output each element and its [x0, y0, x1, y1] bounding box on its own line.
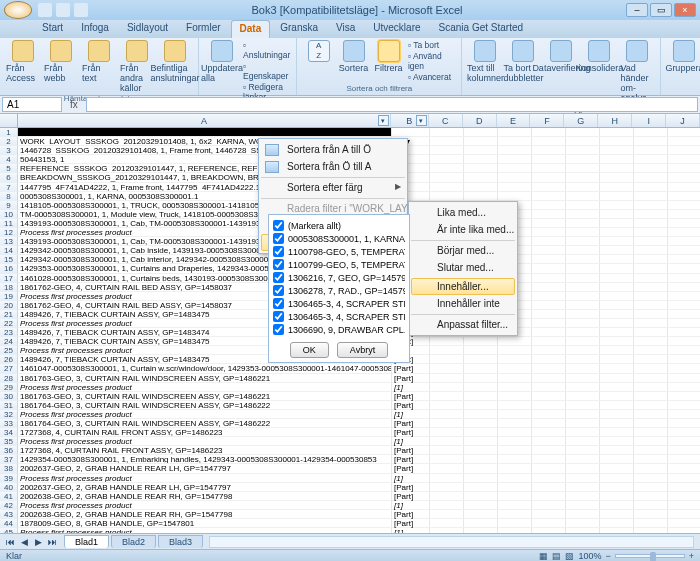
- sheet-nav-next[interactable]: ▶: [32, 537, 44, 547]
- cell[interactable]: [1]: [392, 501, 430, 510]
- cell[interactable]: 1727368, 4, CURTAIN RAIL FRONT ASSY, GP=…: [18, 428, 392, 437]
- sheet-tab[interactable]: Blad1: [64, 535, 109, 548]
- checkbox[interactable]: [273, 220, 284, 231]
- menu-item[interactable]: Sortera från Ö till A: [261, 158, 405, 175]
- view-pagebreak-icon[interactable]: ▧: [565, 551, 574, 561]
- row-header[interactable]: 17: [0, 274, 18, 283]
- ribbon-tab[interactable]: Infoga: [73, 20, 117, 38]
- cell-range[interactable]: [430, 392, 700, 401]
- menu-item[interactable]: Lika med...: [411, 204, 515, 221]
- cell-range[interactable]: [430, 383, 700, 392]
- formula-input[interactable]: [86, 97, 698, 112]
- checkbox[interactable]: [273, 298, 284, 309]
- minimize-button[interactable]: –: [626, 3, 648, 17]
- filter-check-item[interactable]: 1306465-3, 4, SCRAPER STRIP E: [273, 310, 405, 323]
- cell-range[interactable]: [430, 446, 700, 455]
- row-header[interactable]: 13: [0, 237, 18, 246]
- cell-range[interactable]: [430, 337, 700, 346]
- cell[interactable]: [1]: [392, 474, 430, 483]
- column-header[interactable]: D: [463, 114, 497, 127]
- cell[interactable]: 1861764-GEO, 3, CURTAIN RAIL WINDSCREEN …: [18, 419, 392, 428]
- filter-check-item[interactable]: 1100799-GEO, 5, TEMPERATUR S: [273, 258, 405, 271]
- ribbon-tab[interactable]: Start: [34, 20, 71, 38]
- qat-undo-icon[interactable]: [56, 3, 70, 17]
- cell[interactable]: 2002638-GEO, 2, GRAB HANDLE REAR RH, GP=…: [18, 492, 392, 501]
- cell[interactable]: [Part]: [392, 483, 430, 492]
- cell[interactable]: Process first processes product: [18, 410, 392, 419]
- ribbon-tab[interactable]: Granska: [272, 20, 326, 38]
- ribbon-small-button[interactable]: Egenskaper: [243, 61, 290, 81]
- sheet-nav-first[interactable]: ⏮: [4, 537, 16, 547]
- cell-range[interactable]: [430, 410, 700, 419]
- menu-item[interactable]: Innehåller...: [411, 278, 515, 295]
- cell-range[interactable]: [430, 510, 700, 519]
- row-header[interactable]: 8: [0, 192, 18, 201]
- cell-range[interactable]: [430, 428, 700, 437]
- row-header[interactable]: 14: [0, 246, 18, 255]
- cell-range[interactable]: [430, 173, 700, 182]
- ribbon-tab[interactable]: Scania Get Started: [431, 20, 532, 38]
- row-header[interactable]: 25: [0, 346, 18, 355]
- cell-range[interactable]: [430, 355, 700, 364]
- row-header[interactable]: 23: [0, 328, 18, 337]
- cell[interactable]: 1861763-GEO, 3, CURTAIN RAIL WINDSCREEN …: [18, 392, 392, 401]
- row-header[interactable]: 9: [0, 201, 18, 210]
- ribbon-small-button[interactable]: Ta bort: [408, 40, 455, 50]
- column-header[interactable]: J: [666, 114, 700, 127]
- fx-icon[interactable]: fx: [64, 99, 84, 110]
- row-header[interactable]: 28: [0, 374, 18, 383]
- filter-button[interactable]: Filtrera: [373, 40, 404, 73]
- cell-range[interactable]: [430, 401, 700, 410]
- zoom-in-button[interactable]: +: [689, 551, 694, 561]
- row-header[interactable]: 20: [0, 301, 18, 310]
- row-header[interactable]: 5: [0, 164, 18, 173]
- sheet-tab[interactable]: Blad3: [158, 535, 203, 548]
- ribbon-tab[interactable]: Data: [231, 20, 271, 38]
- row-header[interactable]: 15: [0, 255, 18, 264]
- cell-range[interactable]: [430, 501, 700, 510]
- column-header[interactable]: I: [632, 114, 666, 127]
- row-header[interactable]: 41: [0, 492, 18, 501]
- close-button[interactable]: ×: [674, 3, 696, 17]
- ribbon-button[interactable]: Dataverifiering: [544, 40, 578, 73]
- row-header[interactable]: 21: [0, 310, 18, 319]
- maximize-button[interactable]: ▭: [650, 3, 672, 17]
- menu-item[interactable]: Sortera från A till Ö: [261, 141, 405, 158]
- cell-range[interactable]: [430, 364, 700, 373]
- row-header[interactable]: 35: [0, 437, 18, 446]
- row-header[interactable]: 18: [0, 283, 18, 292]
- cell[interactable]: Process first processes product: [18, 501, 392, 510]
- qat-redo-icon[interactable]: [74, 3, 88, 17]
- cell[interactable]: Process first processes product: [18, 474, 392, 483]
- row-header[interactable]: 34: [0, 428, 18, 437]
- row-header[interactable]: 16: [0, 264, 18, 273]
- ribbon-button[interactable]: Ta bort dubbletter: [506, 40, 540, 83]
- cell[interactable]: [Part]: [392, 364, 430, 373]
- cell-range[interactable]: [430, 128, 700, 137]
- cell-range[interactable]: [430, 164, 700, 173]
- filter-check-item[interactable]: 0005308S300001, 1, KARNA, 000: [273, 232, 405, 245]
- horizontal-scrollbar[interactable]: [209, 536, 694, 548]
- row-header[interactable]: 24: [0, 337, 18, 346]
- column-header-a[interactable]: A▾: [18, 114, 391, 127]
- cell[interactable]: [Part]: [392, 374, 430, 383]
- checkbox[interactable]: [273, 272, 284, 283]
- menu-item[interactable]: Börjar med...: [411, 240, 515, 259]
- view-normal-icon[interactable]: ▦: [539, 551, 548, 561]
- select-all-corner[interactable]: [0, 114, 18, 127]
- cell[interactable]: [18, 128, 392, 137]
- ribbon-button[interactable]: Från text: [82, 40, 116, 83]
- cell[interactable]: [Part]: [392, 401, 430, 410]
- cell-range[interactable]: [430, 437, 700, 446]
- cell-range[interactable]: [430, 137, 700, 146]
- cell[interactable]: [Part]: [392, 510, 430, 519]
- ribbon-button[interactable]: Vad händer om-analys: [620, 40, 654, 103]
- cell[interactable]: [392, 128, 430, 137]
- ribbon-small-button[interactable]: Avancerat: [408, 72, 455, 82]
- filter-dropdown-a[interactable]: ▾: [378, 115, 389, 126]
- ribbon-button[interactable]: Från andra källor: [120, 40, 154, 93]
- ok-button[interactable]: OK: [290, 342, 329, 358]
- cell[interactable]: [1]: [392, 410, 430, 419]
- ribbon-button[interactable]: Befintliga anslutningar: [158, 40, 192, 83]
- row-header[interactable]: 33: [0, 419, 18, 428]
